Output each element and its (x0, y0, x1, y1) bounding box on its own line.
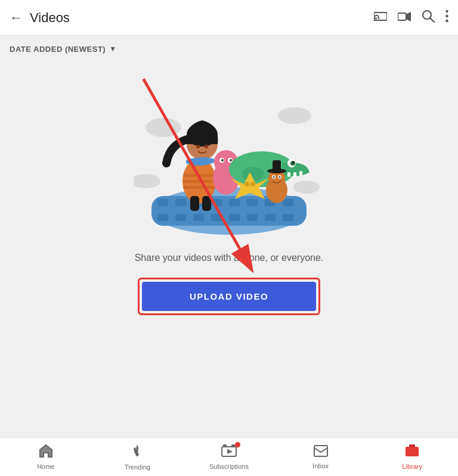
main-content: Share your videos with anyone, or everyo… (0, 62, 458, 437)
trending-icon (131, 444, 144, 462)
svg-rect-52 (287, 172, 290, 177)
content-wrapper: Share your videos with anyone, or everyo… (134, 80, 324, 315)
empty-state-illustration (134, 80, 324, 241)
inbox-label: Inbox (312, 462, 329, 469)
library-icon (404, 444, 420, 461)
svg-rect-28 (229, 214, 240, 221)
inbox-icon (314, 445, 328, 461)
svg-rect-75 (409, 444, 415, 447)
subscriptions-badge (235, 442, 240, 447)
svg-point-66 (279, 176, 281, 178)
nav-item-trending[interactable]: Trending (92, 444, 184, 471)
svg-point-65 (273, 176, 275, 178)
subscriptions-icon (221, 444, 237, 461)
header-actions (374, 10, 448, 26)
trending-label: Trending (125, 463, 150, 471)
svg-point-7 (445, 15, 448, 17)
svg-point-58 (250, 182, 255, 186)
svg-rect-29 (247, 214, 258, 221)
svg-rect-24 (157, 214, 168, 221)
svg-rect-54 (299, 171, 302, 176)
svg-rect-62 (273, 160, 281, 171)
search-icon[interactable] (422, 10, 435, 26)
svg-rect-41 (202, 196, 211, 211)
svg-point-51 (292, 161, 295, 164)
svg-rect-40 (190, 196, 199, 211)
sort-bar[interactable]: DATE ADDED (NEWEST) ▼ (0, 36, 458, 62)
svg-rect-23 (283, 199, 293, 206)
svg-point-12 (293, 181, 320, 194)
svg-rect-34 (183, 180, 215, 183)
svg-rect-53 (293, 172, 296, 177)
svg-point-11 (278, 107, 311, 124)
svg-rect-30 (265, 214, 276, 221)
svg-rect-33 (183, 174, 215, 177)
sort-arrow-icon: ▼ (109, 45, 116, 53)
nav-item-home[interactable]: Home (0, 444, 92, 470)
svg-point-39 (205, 145, 208, 148)
svg-point-38 (196, 145, 200, 148)
camera-icon[interactable] (398, 11, 411, 24)
library-label: Library (402, 463, 422, 470)
svg-rect-2 (398, 13, 406, 20)
svg-rect-27 (211, 214, 222, 221)
svg-point-47 (230, 159, 232, 161)
app-header: ← Videos (0, 0, 458, 36)
sort-label: DATE ADDED (NEWEST) (10, 45, 106, 54)
svg-rect-25 (175, 214, 186, 221)
upload-video-button[interactable]: UPLOAD VIDEO (142, 282, 316, 311)
svg-marker-3 (406, 13, 411, 21)
svg-rect-19 (211, 199, 222, 206)
svg-point-46 (221, 159, 224, 161)
home-label: Home (37, 463, 54, 470)
svg-rect-26 (193, 214, 204, 221)
svg-point-10 (146, 118, 181, 137)
svg-line-5 (431, 18, 435, 23)
svg-rect-0 (374, 13, 387, 20)
more-options-icon[interactable] (445, 10, 448, 26)
svg-rect-31 (283, 214, 293, 221)
svg-rect-21 (247, 199, 258, 206)
svg-rect-35 (183, 186, 215, 189)
svg-rect-73 (314, 446, 327, 456)
page-title: Videos (30, 10, 374, 26)
svg-point-8 (445, 20, 448, 22)
svg-rect-17 (175, 199, 186, 206)
empty-state-tagline: Share your videos with anyone, or everyo… (135, 253, 324, 263)
svg-rect-20 (229, 199, 240, 206)
svg-rect-16 (157, 199, 168, 206)
svg-rect-74 (406, 447, 419, 456)
nav-item-inbox[interactable]: Inbox (275, 445, 367, 469)
back-button[interactable]: ← (10, 10, 23, 26)
nav-item-subscriptions[interactable]: Subscriptions (183, 444, 275, 470)
subscriptions-label: Subscriptions (209, 463, 249, 470)
cast-icon[interactable] (374, 11, 387, 24)
home-icon (39, 444, 53, 461)
upload-button-highlight: UPLOAD VIDEO (138, 278, 320, 315)
svg-marker-70 (227, 449, 233, 454)
nav-item-library[interactable]: Library (366, 444, 458, 470)
svg-rect-71 (223, 444, 227, 447)
svg-point-6 (445, 10, 448, 13)
bottom-navigation: Home Trending Subscriptions (0, 437, 458, 476)
svg-point-57 (245, 182, 249, 186)
